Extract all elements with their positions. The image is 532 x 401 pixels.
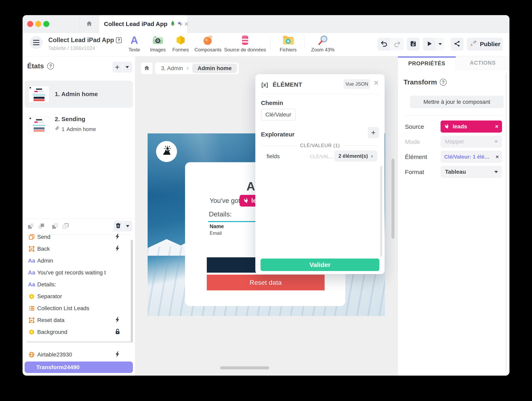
states-help-icon[interactable]: ?: [47, 63, 54, 70]
reset-data-button[interactable]: Reset data: [207, 275, 325, 290]
collection-column-name: Name: [210, 223, 224, 230]
redo-button[interactable]: [391, 38, 404, 51]
tool-composants[interactable]: Composants: [193, 34, 223, 53]
shape-hexagon-icon: [27, 329, 36, 335]
states-options-button[interactable]: [122, 62, 132, 72]
breadcrumb-separator: ›: [187, 65, 189, 71]
home-icon: [86, 20, 93, 28]
details-label: Details:: [209, 210, 232, 218]
element-label: Élément: [405, 154, 427, 160]
layer-row-separator[interactable]: Separator: [23, 290, 133, 302]
new-tab-button[interactable]: +: [171, 19, 190, 29]
path-chip-cle-valeur[interactable]: Clé/Valeur: [261, 109, 296, 121]
menu-button[interactable]: [30, 36, 43, 49]
undo-button[interactable]: [378, 38, 390, 51]
layers-scrollbar[interactable]: [131, 240, 133, 343]
delete-options-button[interactable]: [123, 221, 132, 232]
remove-source-icon[interactable]: ×: [495, 123, 498, 130]
save-button[interactable]: [407, 38, 420, 51]
mode-label: Mode: [405, 138, 420, 145]
tab-proprietes[interactable]: PROPRIÉTÉS: [398, 56, 456, 70]
state-item-admin-home[interactable]: 1. Admin home: [25, 81, 133, 108]
element-field[interactable]: Clé/Valeur: 1 élément... ×: [441, 151, 502, 163]
add-key-button[interactable]: +: [368, 127, 379, 138]
layer-row-send[interactable]: Send: [23, 231, 133, 243]
folder-icon: [282, 34, 294, 46]
explorer-scrollbar[interactable]: [380, 166, 382, 257]
traffic-minimize-button[interactable]: [35, 21, 41, 27]
source-value-pill[interactable]: leads ×: [441, 121, 502, 133]
image-element-icon: [27, 246, 36, 252]
close-icon[interactable]: ×: [374, 79, 379, 87]
tool-formes[interactable]: Formes: [165, 34, 196, 53]
play-icon: [426, 40, 433, 48]
canvas-vertical-scrollbar[interactable]: [392, 159, 394, 239]
layer-row-back[interactable]: Back: [23, 243, 133, 255]
breadcrumb-state[interactable]: Admin home: [192, 64, 237, 73]
layer-row-background[interactable]: Background: [23, 326, 133, 338]
element-modal: [x] ÉLÉMENT Vue JSON × Chemin Clé/Valeur…: [255, 74, 385, 274]
send-backward-icon[interactable]: [38, 223, 45, 231]
tab-actions[interactable]: ACTIONS: [456, 56, 509, 70]
delete-layer-button[interactable]: [114, 221, 123, 232]
cle-valeur-section-divider: CLÉ/VALEUR (1): [261, 143, 379, 148]
mode-select[interactable]: Mapper: [441, 136, 502, 148]
image-element-icon: [27, 317, 36, 323]
brand-logo[interactable]: [156, 141, 177, 162]
linked-state-row: 1 Admin home: [55, 126, 96, 133]
breadcrumb: 3. Admin › Admin home: [155, 63, 239, 74]
traffic-zoom-button[interactable]: [43, 21, 49, 27]
preview-play-button[interactable]: [423, 38, 436, 51]
tool-zoom[interactable]: Zoom 43%: [308, 34, 338, 53]
send-to-back-icon[interactable]: [62, 223, 69, 231]
layer-row-youve-got[interactable]: Aa You've got records waiting t: [23, 267, 133, 278]
properties-scrollbar-track[interactable]: [505, 72, 507, 371]
properties-sidebar: PROPRIÉTÉS ACTIONS Transform ? Mettre à …: [398, 56, 509, 376]
state-item-sending[interactable]: 2. Sending 1 Admin home: [25, 111, 133, 138]
states-panel-title: États: [27, 62, 44, 70]
share-icon: [453, 40, 461, 48]
format-label: Format: [405, 169, 424, 175]
breadcrumb-page[interactable]: 3. Admin: [161, 65, 183, 71]
traffic-close-button[interactable]: [27, 21, 33, 27]
properties-divider: [405, 115, 503, 116]
update-component-button[interactable]: Mettre à jour le composant: [410, 96, 504, 108]
text-tool-icon: A: [131, 34, 138, 46]
hexagon-icon: [176, 34, 186, 46]
bring-to-front-icon[interactable]: [51, 223, 59, 231]
layer-row-airtable[interactable]: Airtable23930: [23, 349, 133, 361]
state-thumbnail: [29, 117, 49, 133]
rocket-icon: [469, 39, 477, 49]
tool-source-de-donnees[interactable]: Source de données: [230, 34, 260, 53]
layer-row-reset-data[interactable]: Reset data: [23, 314, 133, 326]
share-button[interactable]: [451, 38, 463, 51]
bring-forward-icon[interactable]: [27, 223, 34, 231]
text-element-icon: Aa: [27, 269, 36, 276]
tool-fichiers[interactable]: Fichiers: [273, 34, 303, 53]
validate-button[interactable]: Valider: [260, 259, 379, 271]
globe-icon: [27, 351, 36, 358]
layer-row-collection-list[interactable]: Collection List Leads: [23, 302, 133, 314]
lightning-icon: [115, 245, 120, 252]
layer-row-admin[interactable]: Aa Admin: [23, 255, 133, 267]
shape-hexagon-icon: [27, 293, 36, 299]
breadcrumb-home-button[interactable]: [141, 63, 153, 74]
home-tab-button[interactable]: [79, 15, 99, 33]
remove-element-icon[interactable]: ×: [496, 154, 499, 160]
field-count-button[interactable]: 2 élément(s) ›: [334, 150, 377, 162]
canvas-horizontal-scrollbar[interactable]: [220, 366, 269, 369]
preview-options-button[interactable]: [436, 38, 444, 51]
publish-button[interactable]: Publier: [467, 38, 503, 51]
add-state-button[interactable]: +: [112, 62, 122, 72]
main-toolbar: Collect Lead iPad App ? Tablette / 1366x…: [23, 33, 509, 56]
explorer-section-title: Explorateur: [261, 131, 295, 138]
field-type: CLÉ/VAL...: [310, 154, 333, 159]
format-select[interactable]: Tableau: [441, 166, 502, 178]
potion-icon: [203, 34, 213, 46]
trash-icon: [115, 222, 121, 230]
layer-row-transform-selected[interactable]: Transform24490: [25, 362, 133, 373]
layer-row-details[interactable]: Aa Details:: [23, 278, 133, 290]
modal-title: ÉLÉMENT: [273, 81, 302, 88]
transform-help-icon[interactable]: ?: [440, 79, 447, 86]
json-view-button[interactable]: Vue JSON: [343, 79, 370, 89]
